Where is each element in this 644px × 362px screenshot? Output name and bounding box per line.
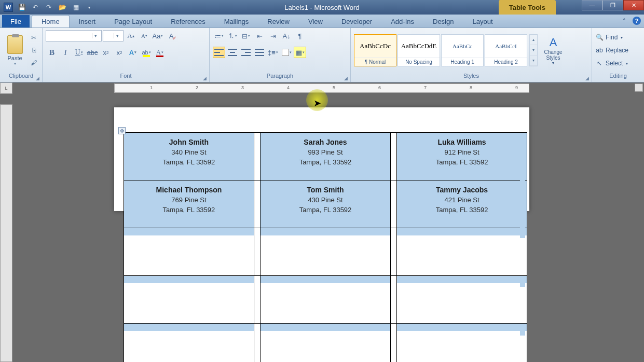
label-address-line: 430 Pine St — [261, 196, 390, 204]
label-cell[interactable] — [397, 324, 527, 363]
help-icon[interactable]: ? — [633, 17, 641, 25]
styles-gallery-scroll[interactable]: ▴▾▾ — [529, 34, 538, 66]
font-name-combo[interactable]: ▾ — [46, 30, 102, 41]
qat-more-icon[interactable]: ▾ — [83, 2, 95, 13]
shading-icon[interactable] — [280, 47, 293, 58]
word-app-icon[interactable]: W — [2, 2, 15, 13]
tab-insert[interactable]: Insert — [70, 15, 105, 27]
sort-icon[interactable]: A↓ — [280, 30, 293, 41]
tab-developer[interactable]: Developer — [332, 15, 381, 27]
save-icon[interactable]: 💾 — [16, 2, 28, 13]
label-cell[interactable] — [124, 276, 254, 324]
maximize-button[interactable]: ❐ — [602, 0, 623, 10]
document-area[interactable]: John Smith340 Pine StTampa, FL 33592Sara… — [0, 94, 644, 362]
ruler-toggle-icon[interactable] — [635, 83, 643, 92]
style-item[interactable]: AaBbCcDc¶ Normal — [354, 34, 396, 66]
tab-home[interactable]: Home — [32, 15, 70, 27]
label-cell[interactable]: Michael Thompson769 Pine StTampa, FL 335… — [124, 180, 254, 228]
text-effects-icon[interactable]: A — [127, 47, 139, 58]
label-name: Michael Thompson — [124, 186, 254, 194]
style-item[interactable]: AaBbCcHeading 1 — [441, 34, 484, 66]
label-cell[interactable]: John Smith340 Pine StTampa, FL 33592 — [124, 133, 254, 180]
font-launcher-icon[interactable]: ◢ — [202, 76, 207, 81]
label-cell[interactable] — [261, 324, 391, 363]
label-cell[interactable]: Tom Smith430 Pine StTampa, FL 33592 — [261, 180, 391, 228]
new-icon[interactable]: ▦ — [70, 2, 82, 13]
decrease-indent-icon[interactable]: ⇤ — [253, 30, 266, 41]
label-cell[interactable] — [124, 228, 254, 276]
multilevel-list-icon[interactable]: ⊟ — [240, 30, 252, 41]
label-cell[interactable] — [124, 324, 254, 363]
open-icon[interactable]: 📂 — [56, 2, 68, 13]
font-size-combo[interactable]: ▾ — [103, 30, 124, 41]
horizontal-ruler[interactable]: 123456789 — [114, 83, 529, 93]
select-button[interactable]: ↖Select▾ — [595, 58, 632, 69]
ribbon-minimize-icon[interactable]: ˄ — [620, 17, 628, 25]
tab-add-ins[interactable]: Add-Ins — [381, 15, 423, 27]
tab-page-layout[interactable]: Page Layout — [105, 15, 161, 27]
grow-font-icon[interactable]: A▴ — [125, 30, 137, 41]
change-styles-button[interactable]: A Change Styles ▾ — [540, 34, 567, 66]
cut-icon[interactable]: ✂ — [29, 33, 39, 43]
tab-selector[interactable]: L — [0, 82, 12, 94]
bold-button[interactable]: B — [46, 47, 58, 58]
tab-view[interactable]: View — [299, 15, 332, 27]
page[interactable]: John Smith340 Pine StTampa, FL 33592Sara… — [114, 107, 529, 211]
align-center-icon[interactable] — [226, 47, 239, 58]
borders-icon[interactable]: ▦ — [294, 47, 306, 58]
paragraph-launcher-icon[interactable]: ◢ — [343, 76, 348, 81]
file-tab[interactable]: File — [2, 15, 30, 27]
label-cell[interactable] — [261, 228, 391, 276]
minimize-button[interactable]: — — [582, 0, 602, 10]
close-button[interactable]: ✕ — [623, 0, 644, 10]
undo-icon[interactable]: ↶ — [29, 2, 42, 13]
label-cell[interactable]: Tammy Jacobs421 Pine StTampa, FL 33592 — [397, 180, 527, 228]
style-item[interactable]: AaBbCcIHeading 2 — [485, 34, 527, 66]
italic-button[interactable]: I — [59, 47, 72, 58]
tab-design[interactable]: Design — [423, 15, 463, 27]
increase-indent-icon[interactable]: ⇥ — [267, 30, 279, 41]
copy-icon[interactable]: ⎘ — [29, 45, 39, 55]
line-spacing-icon[interactable]: ‡≡ — [267, 47, 279, 58]
labels-table[interactable]: John Smith340 Pine StTampa, FL 33592Sara… — [124, 132, 527, 362]
table-move-handle-icon[interactable]: ✥ — [118, 127, 126, 134]
strikethrough-button[interactable]: abc — [86, 47, 99, 58]
numbering-icon[interactable]: ⒈ — [226, 30, 239, 41]
shrink-font-icon[interactable]: A▾ — [138, 30, 150, 41]
show-hide-icon[interactable]: ¶ — [294, 30, 306, 41]
label-cell[interactable]: Luka Williams912 Pine StTampa, FL 33592 — [397, 133, 527, 180]
tab-layout[interactable]: Layout — [463, 15, 502, 27]
align-left-icon[interactable] — [213, 47, 225, 58]
underline-button[interactable]: U — [73, 47, 85, 58]
superscript-button[interactable]: x2 — [113, 47, 126, 58]
replace-button[interactable]: abReplace — [595, 45, 632, 56]
redo-icon[interactable]: ↷ — [43, 2, 55, 13]
clear-formatting-icon[interactable]: A✐ — [165, 30, 177, 41]
label-address-line: Tampa, FL 33592 — [261, 158, 390, 166]
paste-button[interactable]: Paste ▾ — [3, 32, 26, 69]
label-address-line: Tampa, FL 33592 — [397, 158, 527, 166]
subscript-button[interactable]: x2 — [100, 47, 112, 58]
label-cell[interactable]: Sarah Jones993 Pine StTampa, FL 33592 — [261, 133, 391, 180]
label-cell[interactable] — [397, 228, 527, 276]
find-button[interactable]: 🔍Find▾ — [595, 32, 632, 43]
tab-references[interactable]: References — [161, 15, 214, 27]
align-right-icon[interactable] — [240, 47, 252, 58]
label-spacer — [390, 180, 396, 228]
font-color-icon[interactable]: A — [154, 47, 166, 58]
styles-launcher-icon[interactable]: ◢ — [584, 76, 590, 81]
tab-mailings[interactable]: Mailings — [215, 15, 258, 27]
highlight-color-icon[interactable]: ab — [140, 47, 153, 58]
justify-icon[interactable] — [253, 47, 266, 58]
label-cell[interactable] — [397, 276, 527, 324]
tab-review[interactable]: Review — [258, 15, 299, 27]
clipboard-launcher-icon[interactable]: ◢ — [35, 76, 40, 81]
ruler-area: L 123456789 — [0, 82, 644, 94]
change-case-icon[interactable]: Aa — [152, 30, 164, 41]
vertical-ruler[interactable] — [0, 104, 12, 362]
label-cell[interactable] — [261, 276, 391, 324]
bullets-icon[interactable]: ≔ — [213, 30, 225, 41]
format-painter-icon[interactable]: 🖌 — [29, 58, 39, 68]
style-item[interactable]: AaBbCcDdENo Spacing — [398, 34, 440, 66]
styles-gallery[interactable]: AaBbCcDc¶ NormalAaBbCcDdENo SpacingAaBbC… — [354, 34, 527, 66]
